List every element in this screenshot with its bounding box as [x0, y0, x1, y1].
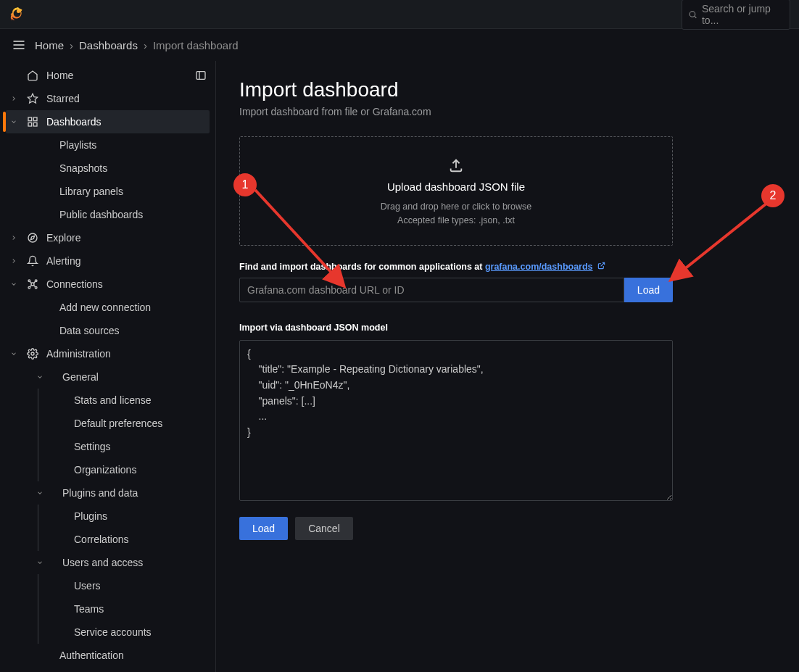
chevron-right-icon: [9, 95, 19, 102]
breadcrumb-current: Import dashboard: [153, 39, 239, 51]
sidebar-item-preferences[interactable]: Default preferences: [3, 412, 212, 435]
sidebar-item-label: Administration: [46, 348, 111, 360]
global-search[interactable]: Search or jump to...: [682, 0, 790, 30]
bell-icon: [26, 255, 39, 267]
sidebar-group-plugins[interactable]: Plugins and data: [3, 481, 212, 505]
breadcrumb-dashboards[interactable]: Dashboards: [79, 39, 138, 51]
svg-point-23: [31, 352, 34, 355]
annotation-badge-1: 1: [233, 173, 257, 196]
sidebar-item-label: Authentication: [59, 650, 124, 661]
sidebar-item-plugins[interactable]: Plugins: [3, 505, 212, 528]
svg-line-22: [33, 285, 35, 286]
sidebar-item-label: Add new connection: [59, 302, 151, 313]
svg-point-18: [35, 286, 37, 289]
sidebar-item-data-sources[interactable]: Data sources: [3, 319, 212, 342]
sidebar-item-correlations[interactable]: Correlations: [3, 528, 212, 551]
svg-line-20: [33, 281, 35, 283]
sidebar-item-settings[interactable]: Settings: [3, 435, 212, 458]
sidebar-item-stats[interactable]: Stats and license: [3, 389, 212, 412]
gear-icon: [26, 348, 39, 360]
sidebar: Home Starred Dashboards Playlists: [0, 61, 216, 672]
sidebar-item-playlists[interactable]: Playlists: [3, 133, 212, 157]
sidebar-item-dashboards[interactable]: Dashboards: [6, 110, 210, 133]
load-url-button[interactable]: Load: [624, 278, 673, 302]
chevron-down-icon: [9, 281, 19, 288]
svg-rect-8: [28, 117, 32, 121]
sidebar-item-alerting[interactable]: Alerting: [6, 249, 210, 273]
menu-toggle-button[interactable]: [12, 38, 26, 52]
chevron-down-icon: [9, 350, 19, 357]
svg-line-1: [695, 16, 696, 17]
breadcrumb-row: Home › Dashboards › Import dashboard: [0, 29, 799, 61]
sidebar-item-home[interactable]: Home: [6, 64, 189, 87]
sidebar-item-label: Teams: [74, 603, 104, 615]
sidebar-group-general[interactable]: General: [3, 365, 212, 389]
sidebar-item-teams[interactable]: Teams: [3, 597, 212, 621]
chevron-down-icon: [35, 373, 45, 381]
grafana-logo-icon[interactable]: [9, 6, 26, 23]
dock-toggle-button[interactable]: [192, 67, 210, 84]
svg-point-17: [28, 286, 30, 289]
svg-rect-5: [196, 72, 205, 80]
breadcrumb-home[interactable]: Home: [35, 39, 64, 51]
sidebar-item-connections[interactable]: Connections: [6, 273, 210, 296]
main-content: Import dashboard Import dashboard from f…: [216, 61, 799, 672]
sidebar-item-library-panels[interactable]: Library panels: [3, 180, 212, 203]
sidebar-item-service-accounts[interactable]: Service accounts: [3, 621, 212, 644]
sidebar-item-users[interactable]: Users: [3, 574, 212, 597]
home-icon: [26, 70, 39, 81]
sidebar-item-label: General: [52, 371, 99, 383]
sidebar-item-public-dashboards[interactable]: Public dashboards: [3, 203, 212, 226]
sidebar-item-label: Public dashboards: [59, 209, 143, 220]
sidebar-item-label: Library panels: [59, 186, 123, 197]
find-dashboards-label: Find and import dashboards for common ap…: [239, 262, 776, 272]
breadcrumb: Home › Dashboards › Import dashboard: [35, 39, 238, 51]
chevron-down-icon: [35, 489, 45, 497]
sidebar-item-label: Settings: [74, 441, 111, 452]
chevron-down-icon: [9, 118, 19, 125]
search-placeholder: Search or jump to...: [702, 3, 784, 26]
sidebar-item-administration[interactable]: Administration: [6, 342, 210, 365]
sidebar-item-label: Organizations: [74, 464, 136, 476]
cancel-button[interactable]: Cancel: [295, 517, 353, 540]
svg-point-0: [690, 11, 695, 17]
sidebar-item-label: Snapshots: [59, 162, 107, 174]
svg-line-25: [600, 262, 604, 266]
upload-subtext: Drag and drop here or click to browse Ac…: [254, 200, 658, 228]
svg-point-12: [28, 233, 37, 242]
sidebar-item-authentication[interactable]: Authentication: [3, 644, 212, 667]
sidebar-item-organizations[interactable]: Organizations: [3, 458, 212, 481]
sidebar-item-label: Plugins and data: [52, 487, 138, 499]
sidebar-item-label: Alerting: [46, 255, 80, 267]
sidebar-item-label: Users and access: [52, 557, 143, 568]
sidebar-item-label: Default preferences: [74, 418, 162, 429]
sidebar-item-label: Plugins: [74, 510, 107, 522]
sidebar-item-label: Connections: [46, 278, 103, 290]
plug-icon: [26, 278, 39, 290]
sidebar-item-label: Data sources: [59, 325, 119, 336]
sidebar-item-label: Stats and license: [74, 394, 152, 406]
svg-rect-9: [33, 117, 37, 121]
sidebar-item-explore[interactable]: Explore: [6, 226, 210, 249]
apps-icon: [26, 116, 39, 128]
sidebar-item-snapshots[interactable]: Snapshots: [3, 157, 212, 180]
chevron-down-icon: [35, 559, 45, 566]
chevron-right-icon: ›: [144, 39, 147, 51]
chevron-right-icon: [9, 257, 19, 265]
sidebar-item-add-connection[interactable]: Add new connection: [3, 296, 212, 319]
svg-rect-10: [28, 123, 32, 126]
page-subtitle: Import dashboard from file or Grafana.co…: [239, 106, 776, 117]
svg-point-16: [35, 280, 37, 282]
external-link-icon: [595, 262, 605, 271]
grafana-dashboards-link[interactable]: grafana.com/dashboards: [485, 262, 593, 272]
search-icon: [688, 9, 697, 20]
upload-dropzone[interactable]: Upload dashboard JSON file Drag and drop…: [239, 136, 673, 246]
sidebar-item-label: Explore: [46, 232, 80, 244]
sidebar-item-label: Playlists: [59, 139, 96, 151]
annotation-badge-2: 2: [761, 184, 784, 207]
sidebar-item-starred[interactable]: Starred: [6, 87, 210, 110]
load-button[interactable]: Load: [239, 517, 288, 540]
json-model-textarea[interactable]: [239, 340, 673, 501]
sidebar-group-users[interactable]: Users and access: [3, 551, 212, 574]
dashboard-url-input[interactable]: [239, 278, 624, 302]
